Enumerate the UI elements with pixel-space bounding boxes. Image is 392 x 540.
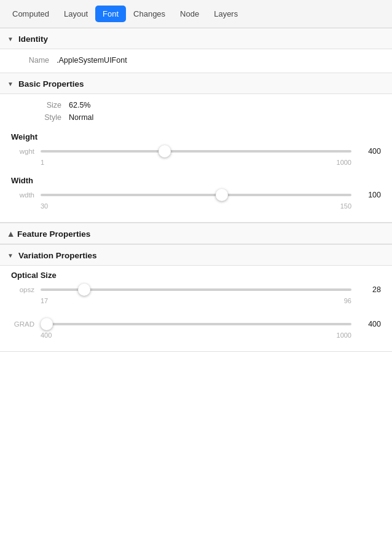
feature-section-label: Feature Properties [17, 229, 90, 239]
variation-section-label: Variation Properties [18, 251, 97, 260]
weight-slider-group: wght 400 1 1000 [0, 141, 392, 171]
tab-layers[interactable]: Layers [206, 6, 245, 22]
name-value: .AppleSystemUIFont [57, 56, 127, 65]
feature-collapse-icon: ▶ [7, 232, 14, 237]
opsz-slider-row: opsz 28 [11, 284, 381, 296]
weight-slider-track [41, 150, 351, 153]
weight-title: Weight [0, 127, 392, 141]
width-title: Width [0, 171, 392, 185]
variation-section: Optical Size opsz 28 17 96 GRAD [0, 266, 392, 352]
opsz-max: 96 [344, 297, 351, 304]
size-row: Size 62.5% [12, 99, 380, 111]
width-slider-value: 100 [358, 191, 381, 199]
optical-size-title: Optical Size [0, 266, 392, 280]
opsz-slider-thumb[interactable] [78, 284, 90, 296]
basic-props-section-label: Basic Properties [18, 79, 84, 89]
grad-axis-label: GRAD [11, 320, 34, 328]
variation-section-header[interactable]: ▼ Variation Properties [0, 245, 392, 266]
style-value: Normal [69, 113, 93, 122]
identity-collapse-icon: ▼ [7, 36, 14, 42]
tab-layout[interactable]: Layout [57, 6, 95, 22]
opsz-slider-group: opsz 28 17 96 [0, 280, 392, 309]
basic-props-section-header[interactable]: ▼ Basic Properties [0, 73, 392, 94]
name-row: Name .AppleSystemUIFont [0, 54, 392, 66]
opsz-min: 17 [41, 297, 48, 304]
grad-slider-thumb[interactable] [41, 318, 53, 330]
size-label: Size [25, 101, 61, 109]
feature-section: ▶ Feature Properties [0, 223, 392, 245]
opsz-slider-track-container[interactable] [41, 284, 351, 296]
opsz-slider-track [41, 288, 351, 291]
weight-range-row: 1 1000 [11, 159, 381, 166]
grad-range-row: 400 1000 [11, 332, 381, 339]
style-label: Style [25, 113, 61, 122]
tab-bar: Computed Layout Font Changes Node Layers [0, 0, 392, 28]
weight-slider-value: 400 [358, 147, 381, 156]
basic-props-section: Size 62.5% Style Normal Weight wght 400 [0, 94, 392, 223]
tab-node[interactable]: Node [173, 6, 206, 22]
identity-section: Name .AppleSystemUIFont [0, 49, 392, 73]
width-axis-label: wdth [11, 191, 34, 199]
width-slider-track-container[interactable] [41, 189, 351, 201]
width-slider-row: wdth 100 [11, 189, 381, 201]
width-slider-group: wdth 100 30 150 [0, 185, 392, 215]
basic-props-collapse-icon: ▼ [7, 81, 14, 87]
identity-section-header[interactable]: ▼ Identity [0, 28, 392, 49]
tab-computed[interactable]: Computed [5, 6, 57, 22]
width-range-row: 30 150 [11, 202, 381, 210]
weight-slider-track-container[interactable] [41, 145, 351, 157]
width-slider-thumb[interactable] [216, 189, 228, 201]
grad-slider-track-container[interactable] [41, 318, 351, 330]
opsz-range-row: 17 96 [11, 297, 381, 304]
grad-max: 1000 [337, 332, 351, 339]
variation-collapse-icon: ▼ [7, 252, 14, 259]
style-row: Style Normal [12, 111, 380, 124]
grad-slider-value: 400 [358, 320, 381, 328]
grad-slider-row: GRAD 400 [11, 318, 381, 330]
tab-font[interactable]: Font [95, 6, 126, 22]
width-min: 30 [41, 202, 48, 210]
content-panel: ▼ Identity Name .AppleSystemUIFont ▼ Bas… [0, 28, 392, 352]
tab-changes[interactable]: Changes [126, 6, 173, 22]
grad-slider-track [41, 323, 351, 325]
opsz-slider-value: 28 [358, 285, 381, 294]
weight-slider-row: wght 400 [11, 145, 381, 157]
identity-section-label: Identity [18, 34, 48, 44]
width-slider-track [41, 194, 351, 196]
weight-axis-label: wght [11, 148, 34, 155]
opsz-axis-label: opsz [11, 286, 34, 293]
width-max: 150 [340, 202, 351, 210]
size-value: 62.5% [69, 101, 90, 109]
grad-slider-group: GRAD 400 400 1000 [0, 314, 392, 344]
weight-max: 1000 [337, 159, 351, 166]
grad-min: 400 [41, 332, 52, 339]
size-style-block: Size 62.5% Style Normal [0, 94, 392, 127]
weight-min: 1 [41, 159, 44, 166]
name-label: Name [12, 56, 49, 65]
feature-section-header[interactable]: ▶ Feature Properties [0, 223, 392, 244]
weight-slider-thumb[interactable] [159, 145, 171, 157]
